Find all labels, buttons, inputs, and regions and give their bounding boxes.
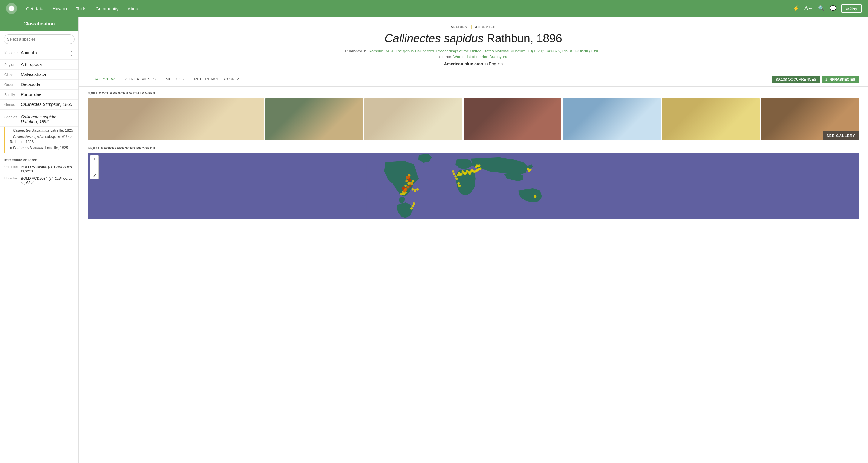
badge-divider: |: [470, 24, 472, 30]
map-fullscreen[interactable]: ⤢: [90, 171, 98, 179]
gallery-image-2[interactable]: [265, 98, 363, 140]
search-icon[interactable]: 🔍: [818, 5, 825, 12]
sidebar: Classification Kingdom Animalia ⋮ Phylum…: [0, 17, 79, 463]
synonyms-list: = Callinectes diacanthus Latreille, 1825…: [10, 127, 78, 153]
taxonomy-row-class: Class Malacostraca: [0, 69, 78, 80]
svg-point-21: [416, 188, 418, 191]
tab-metrics[interactable]: METRICS: [161, 73, 189, 86]
rank-value-phylum[interactable]: Arthropoda: [21, 62, 74, 67]
images-label: 3,982 OCCURRENCES WITH IMAGES: [88, 91, 859, 95]
sidebar-search-container: [0, 31, 78, 48]
nav-tools[interactable]: Tools: [76, 6, 87, 11]
svg-point-20: [414, 190, 416, 192]
species-name-italic: Callinectes sapidus: [384, 32, 483, 45]
map-zoom-in[interactable]: +: [90, 155, 98, 163]
gallery-image-3[interactable]: [365, 98, 462, 140]
status-accepted: ACCEPTED: [475, 25, 496, 29]
see-gallery-overlay[interactable]: SEE GALLERY: [823, 131, 859, 140]
status-species: SPECIES: [451, 25, 468, 29]
nav-about[interactable]: About: [128, 6, 140, 11]
nav-how-to[interactable]: How-to: [53, 6, 67, 11]
svg-point-55: [529, 169, 532, 171]
rank-label-order: Order: [4, 82, 21, 87]
occurrences-badge[interactable]: 89,138 OCCURRENCES: [772, 76, 820, 83]
navbar-links: Get data How-to Tools Community About: [26, 6, 793, 11]
gallery-image-5[interactable]: [562, 98, 660, 140]
tab-overview[interactable]: OVERVIEW: [88, 73, 120, 86]
activity-icon[interactable]: ⚡: [793, 5, 799, 12]
svg-point-5: [407, 182, 410, 184]
map-zoom-out[interactable]: −: [90, 163, 98, 171]
svg-point-3: [408, 178, 411, 181]
sidebar-header: Classification: [0, 17, 78, 31]
taxonomy-row-family: Family Portunidae: [0, 90, 78, 99]
kingdom-menu-icon[interactable]: ⋮: [69, 50, 74, 57]
main-layout: Classification Kingdom Animalia ⋮ Phylum…: [0, 17, 868, 463]
search-input[interactable]: [4, 34, 75, 44]
taxonomy-row-kingdom: Kingdom Animalia ⋮: [0, 48, 78, 60]
rank-value-genus[interactable]: Callinectes Stimpson, 1860: [21, 102, 74, 107]
species-header: SPECIES | ACCEPTED Callinectes sapidus R…: [79, 17, 868, 71]
synonym-2: = Callinectes sapidus subsp. acutidens R…: [10, 134, 78, 145]
svg-point-27: [454, 175, 457, 178]
gallery-image-7[interactable]: SEE GALLERY: [761, 98, 859, 140]
published-link[interactable]: Rathbun, M. J. The genus Callinectes. Pr…: [369, 49, 602, 53]
infraspecies-badge[interactable]: 2 INFRASPECIES: [822, 76, 859, 83]
tab-treatments[interactable]: 2 TREATMENTS: [120, 73, 161, 86]
rank-label-family: Family: [4, 92, 21, 97]
species-published: Published in: Rathbun, M. J. The genus C…: [91, 49, 856, 53]
tabs-right-badges: 89,138 OCCURRENCES 2 INFRASPECIES: [772, 76, 859, 83]
gallery-image-1[interactable]: [88, 98, 264, 140]
taxonomy-row-phylum: Phylum Arthropoda: [0, 60, 78, 69]
svg-point-4: [405, 180, 408, 182]
nav-get-data[interactable]: Get data: [26, 6, 43, 11]
rank-value-species[interactable]: Callinectes sapidus Rathbun, 1896: [21, 114, 74, 124]
nav-community[interactable]: Community: [96, 6, 119, 11]
gallery-image-4[interactable]: [464, 98, 562, 140]
rank-value-kingdom[interactable]: Animalia: [21, 50, 67, 55]
tabs-bar: OVERVIEW 2 TREATMENTS METRICS REFERENCE …: [79, 73, 868, 87]
svg-point-22: [413, 202, 415, 205]
svg-point-25: [452, 170, 454, 173]
species-title: Callinectes sapidus Rathbun, 1896: [91, 32, 856, 45]
svg-point-28: [456, 178, 458, 180]
images-section: 3,982 OCCURRENCES WITH IMAGES SEE GALLER…: [79, 87, 868, 143]
svg-point-29: [457, 174, 459, 176]
svg-point-19: [412, 188, 414, 191]
unranked-label-1: Unranked: [4, 165, 21, 169]
common-name-text: American blue crab: [444, 61, 483, 66]
infra-label: INFRASPECIES: [828, 78, 855, 82]
site-logo[interactable]: [6, 3, 17, 14]
svg-point-7: [406, 185, 409, 188]
svg-point-48: [479, 168, 482, 170]
svg-point-13: [400, 193, 403, 196]
map-controls: + − ⤢: [90, 155, 99, 179]
rank-value-class[interactable]: Malacostraca: [21, 72, 74, 77]
world-map-svg: [88, 152, 859, 219]
svg-point-9: [410, 182, 413, 184]
rank-value-family[interactable]: Portunidae: [21, 92, 74, 97]
unranked-row-1: Unranked BOLD:AAB6460 (cf. Callinectes s…: [0, 164, 78, 175]
unranked-row-2: Unranked BOLD:ACD2034 (cf. Callinectes s…: [0, 175, 78, 186]
rank-value-order[interactable]: Decapoda: [21, 82, 74, 87]
svg-point-8: [409, 184, 412, 187]
chat-icon[interactable]: 💬: [830, 5, 836, 12]
source-link[interactable]: World List of marine Brachyura: [453, 55, 507, 59]
translate-icon[interactable]: A↔: [804, 5, 813, 12]
svg-point-23: [412, 205, 414, 207]
source-label: source:: [439, 55, 453, 59]
rank-label-kingdom: Kingdom: [4, 50, 21, 55]
navbar-right: ⚡ A↔ 🔍 💬 sc3ay: [793, 4, 862, 13]
gallery-image-6[interactable]: [662, 98, 760, 140]
svg-point-24: [410, 207, 413, 210]
main-content: SPECIES | ACCEPTED Callinectes sapidus R…: [79, 17, 868, 463]
svg-point-56: [534, 195, 536, 198]
svg-point-26: [453, 173, 456, 175]
user-button[interactable]: sc3ay: [841, 4, 862, 13]
tab-reference-taxon[interactable]: REFERENCE TAXON ↗: [189, 73, 244, 86]
svg-point-30: [458, 172, 460, 174]
unranked-value-1[interactable]: BOLD:AAB6460 (cf. Callinectes sapidus): [21, 165, 74, 173]
map-container[interactable]: + − ⤢: [88, 152, 859, 219]
unranked-value-2[interactable]: BOLD:ACD2034 (cf. Callinectes sapidus): [21, 176, 74, 185]
svg-point-18: [405, 188, 407, 191]
